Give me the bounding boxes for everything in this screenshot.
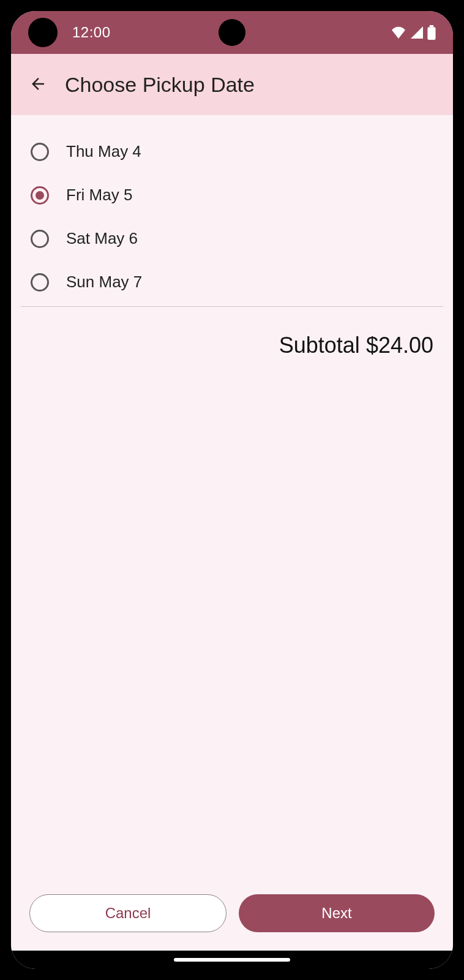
status-bar: 12:00 bbox=[11, 11, 453, 54]
date-option[interactable]: Thu May 4 bbox=[21, 130, 443, 173]
date-option-list: Thu May 4Fri May 5Sat May 6Sun May 7 bbox=[21, 130, 443, 304]
subtotal-amount: $24.00 bbox=[366, 333, 433, 358]
back-button[interactable] bbox=[26, 72, 50, 97]
nav-pill[interactable] bbox=[174, 958, 290, 962]
wifi-icon bbox=[391, 26, 406, 39]
button-row: Cancel Next bbox=[21, 880, 443, 951]
front-camera-notch bbox=[219, 19, 245, 46]
next-button[interactable]: Next bbox=[239, 894, 435, 932]
status-right bbox=[391, 25, 436, 40]
cancel-button[interactable]: Cancel bbox=[29, 894, 226, 932]
camera-hole bbox=[28, 18, 58, 47]
radio-icon bbox=[31, 143, 49, 161]
date-option[interactable]: Sun May 7 bbox=[21, 260, 443, 304]
phone-frame: 12:00 Choose Pickup bbox=[0, 0, 464, 980]
date-option-label: Sat May 6 bbox=[66, 229, 138, 248]
app-bar: Choose Pickup Date bbox=[11, 54, 453, 115]
arrow-left-icon bbox=[29, 75, 47, 95]
svg-rect-1 bbox=[430, 25, 434, 27]
page-title: Choose Pickup Date bbox=[65, 73, 255, 97]
radio-icon bbox=[31, 230, 49, 248]
date-option[interactable]: Fri May 5 bbox=[21, 173, 443, 217]
radio-icon bbox=[31, 186, 49, 205]
phone-screen: 12:00 Choose Pickup bbox=[11, 11, 453, 969]
content-area: Thu May 4Fri May 5Sat May 6Sun May 7 Sub… bbox=[11, 115, 453, 951]
date-option-label: Sun May 7 bbox=[66, 273, 142, 292]
system-nav-bar bbox=[11, 951, 453, 969]
subtotal-label: Subtotal bbox=[279, 333, 360, 358]
status-left: 12:00 bbox=[28, 18, 111, 47]
battery-icon bbox=[427, 25, 436, 40]
svg-rect-0 bbox=[427, 27, 435, 40]
subtotal-text: Subtotal $24.00 bbox=[21, 307, 443, 358]
clock-text: 12:00 bbox=[72, 24, 111, 41]
date-option-label: Fri May 5 bbox=[66, 186, 132, 205]
date-option[interactable]: Sat May 6 bbox=[21, 217, 443, 260]
cellular-signal-icon bbox=[410, 26, 424, 39]
date-option-label: Thu May 4 bbox=[66, 142, 141, 161]
radio-icon bbox=[31, 273, 49, 292]
